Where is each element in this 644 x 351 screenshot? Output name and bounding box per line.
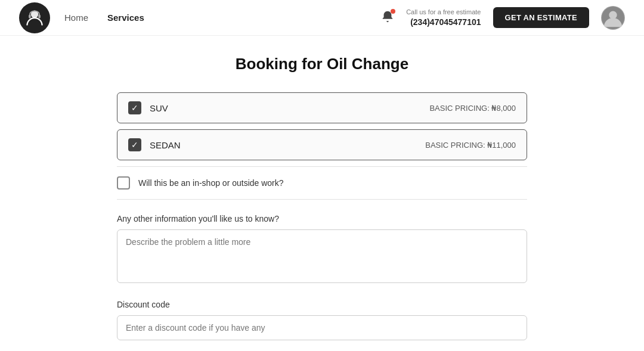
- outside-work-label: Will this be an in-shop or outside work?: [138, 178, 284, 188]
- page-title: Booking for Oil Change: [117, 55, 527, 73]
- outside-work-row[interactable]: Will this be an in-shop or outside work?: [117, 166, 527, 200]
- call-number: (234)47045477101: [406, 17, 481, 27]
- discount-section: Discount code: [117, 300, 527, 340]
- option-label-suv: SUV: [150, 103, 429, 113]
- checkbox-sedan[interactable]: ✓: [128, 138, 141, 151]
- outside-work-checkbox[interactable]: [117, 176, 130, 190]
- additional-info-section: Any other information you'll like us to …: [117, 214, 527, 285]
- nav-services[interactable]: Services: [107, 13, 144, 23]
- option-row-suv[interactable]: ✓SUVBASIC PRICING: ₦8,000: [117, 92, 527, 123]
- option-price-sedan: BASIC PRICING: ₦11,000: [425, 141, 516, 150]
- additional-info-label: Any other information you'll like us to …: [117, 214, 527, 223]
- notification-dot: [391, 9, 395, 14]
- nav-home[interactable]: Home: [64, 13, 88, 23]
- discount-label: Discount code: [117, 300, 527, 309]
- checkbox-suv[interactable]: ✓: [128, 101, 141, 114]
- avatar[interactable]: [601, 6, 625, 30]
- vehicle-options: ✓SUVBASIC PRICING: ₦8,000✓SEDANBASIC PRI…: [117, 92, 527, 160]
- nav-logo: [19, 2, 50, 33]
- call-label: Call us for a free estimate: [406, 8, 481, 16]
- option-row-sedan[interactable]: ✓SEDANBASIC PRICING: ₦11,000: [117, 129, 527, 160]
- call-info: Call us for a free estimate (234)4704547…: [406, 8, 481, 27]
- navbar: Home Services Call us for a free estimat…: [0, 0, 644, 36]
- nav-right: Call us for a free estimate (234)4704547…: [381, 6, 625, 30]
- get-estimate-button[interactable]: GET AN ESTIMATE: [493, 7, 590, 28]
- main-content: Booking for Oil Change ✓SUVBASIC PRICING…: [107, 36, 537, 351]
- svg-rect-1: [29, 14, 31, 18]
- svg-point-4: [609, 11, 617, 18]
- discount-input[interactable]: [117, 315, 527, 340]
- option-price-suv: BASIC PRICING: ₦8,000: [429, 104, 516, 113]
- nav-links: Home Services: [64, 13, 144, 23]
- additional-info-textarea[interactable]: [117, 229, 527, 283]
- option-label-sedan: SEDAN: [150, 140, 425, 150]
- notification-bell[interactable]: [381, 10, 394, 26]
- svg-rect-2: [38, 14, 41, 18]
